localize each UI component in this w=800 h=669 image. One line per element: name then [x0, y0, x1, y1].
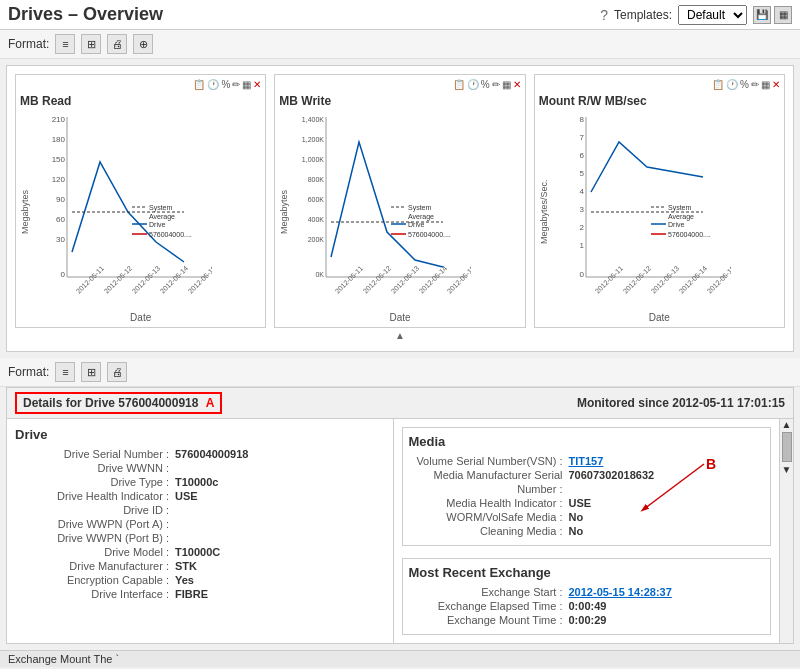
templates-dropdown[interactable]: Default: [678, 5, 747, 25]
drive-id-label: Drive ID :: [15, 504, 175, 516]
details-tile-icon[interactable]: ⊞: [81, 362, 101, 382]
chart2-edit-icon[interactable]: ✏: [492, 79, 500, 90]
svg-text:7: 7: [579, 133, 584, 142]
svg-text:2012-05-11: 2012-05-11: [593, 264, 623, 294]
help-icon[interactable]: ?: [600, 7, 608, 23]
save-icon[interactable]: 💾: [753, 6, 771, 24]
chart2-svg: 1,400K 1,200K 1,000K 800K 600K 400K 200K…: [291, 112, 471, 312]
exchange-mount-row: Exchange Mount Time : 0:00:29: [409, 614, 765, 626]
chart3-close-icon[interactable]: ✕: [772, 79, 780, 90]
collapse-button[interactable]: ▲: [15, 328, 785, 343]
svg-text:Drive: Drive: [668, 221, 684, 228]
exchange-section: Most Recent Exchange Exchange Start : 20…: [402, 558, 772, 635]
svg-text:576004000....: 576004000....: [149, 231, 192, 238]
chart3-table-icon[interactable]: ▦: [761, 79, 770, 90]
chart2-table-icon[interactable]: ▦: [502, 79, 511, 90]
vsn-label: Volume Serial Number(VSN) :: [409, 455, 569, 467]
chart1-copy-icon[interactable]: 📋: [193, 79, 205, 90]
scroll-thumb[interactable]: [782, 432, 792, 462]
exchange-mount-label: Exchange Mount Time :: [409, 614, 569, 626]
svg-text:4: 4: [579, 187, 584, 196]
chart2-clock-icon[interactable]: 🕐: [467, 79, 479, 90]
vsn-link[interactable]: TIT157: [569, 455, 604, 467]
chart1-table-icon[interactable]: ▦: [242, 79, 251, 90]
svg-text:400K: 400K: [308, 216, 325, 223]
add-icon[interactable]: ⊕: [133, 34, 153, 54]
chart1-ylabel: Megabytes: [20, 112, 30, 312]
details-header: Details for Drive 576004000918 A Monitor…: [7, 388, 793, 419]
svg-text:120: 120: [52, 175, 66, 184]
chart3-xlabel: Date: [539, 312, 780, 323]
scroll-down-button[interactable]: ▼: [782, 464, 792, 475]
svg-text:Average: Average: [408, 213, 434, 221]
drive-section: Drive Drive Serial Number : 576004000918…: [7, 419, 394, 643]
drive-health-value: USE: [175, 490, 198, 502]
exchange-start-link[interactable]: 2012-05-15 14:28:37: [569, 586, 672, 598]
svg-text:2012-05-13: 2012-05-13: [390, 264, 420, 294]
svg-text:2012-05-13: 2012-05-13: [131, 264, 161, 294]
tile-view-icon[interactable]: ⊞: [81, 34, 101, 54]
svg-text:1,200K: 1,200K: [302, 136, 325, 143]
exchange-start-row: Exchange Start : 2012-05-15 14:28:37: [409, 586, 765, 598]
chart2-percent-icon[interactable]: %: [481, 79, 490, 90]
svg-text:2012-05-15: 2012-05-15: [705, 264, 730, 294]
drive-health-label: Drive Health Indicator :: [15, 490, 175, 502]
worm-label: WORM/VolSafe Media :: [409, 511, 569, 523]
details-print-icon[interactable]: 🖨: [107, 362, 127, 382]
svg-text:2012-05-15: 2012-05-15: [446, 264, 471, 294]
page-header: Drives – Overview ? Templates: Default 💾…: [0, 0, 800, 30]
drive-type-row: Drive Type : T10000c: [15, 476, 385, 488]
exchange-start-label: Exchange Start :: [409, 586, 569, 598]
list-view-icon[interactable]: ≡: [55, 34, 75, 54]
svg-text:2: 2: [579, 223, 584, 232]
chart3-copy-icon[interactable]: 📋: [712, 79, 724, 90]
drive-type-value: T10000c: [175, 476, 218, 488]
templates-label: Templates:: [614, 8, 672, 22]
exchange-section-title: Most Recent Exchange: [409, 565, 765, 580]
print-icon[interactable]: 🖨: [107, 34, 127, 54]
annotation-text: Exchange Mount The `: [8, 653, 119, 665]
chart1-percent-icon[interactable]: %: [221, 79, 230, 90]
svg-text:60: 60: [56, 215, 65, 224]
media-section-title: Media: [409, 434, 765, 449]
drive-serial-row: Drive Serial Number : 576004000918: [15, 448, 385, 460]
drive-wwpn-b-label: Drive WWPN (Port B) :: [15, 532, 175, 544]
exchange-elapsed-row: Exchange Elapsed Time : 0:00:49: [409, 600, 765, 612]
chart1-clock-icon[interactable]: 🕐: [207, 79, 219, 90]
chart1-edit-icon[interactable]: ✏: [232, 79, 240, 90]
scroll-up-button[interactable]: ▲: [782, 419, 792, 430]
svg-text:Average: Average: [149, 213, 175, 221]
svg-text:1,400K: 1,400K: [302, 116, 325, 123]
mb-write-chart: 📋 🕐 % ✏ ▦ ✕ MB Write Megabytes 1,400K 1,…: [274, 74, 525, 328]
drive-section-title: Drive: [15, 427, 385, 442]
chart3-percent-icon[interactable]: %: [740, 79, 749, 90]
header-icons: 💾 ▦: [753, 6, 792, 24]
svg-text:150: 150: [52, 155, 66, 164]
details-content: Drive Drive Serial Number : 576004000918…: [7, 419, 779, 643]
exchange-elapsed-label: Exchange Elapsed Time :: [409, 600, 569, 612]
right-sections: Media Volume Serial Number(VSN) : TIT157…: [394, 419, 780, 643]
chart1-svg: 210 180 150 120 90 60 30 0 2012-05-11 20…: [32, 112, 212, 312]
drive-mfr-value: STK: [175, 560, 197, 572]
grid-icon[interactable]: ▦: [774, 6, 792, 24]
svg-text:System: System: [408, 204, 432, 212]
svg-text:System: System: [668, 204, 692, 212]
format-label: Format:: [8, 37, 49, 51]
chart1-title: MB Read: [20, 94, 261, 108]
header-right: ? Templates: Default 💾 ▦: [600, 5, 792, 25]
svg-text:180: 180: [52, 135, 66, 144]
chart1-close-icon[interactable]: ✕: [253, 79, 261, 90]
chart3-toolbar: 📋 🕐 % ✏ ▦ ✕: [539, 79, 780, 90]
details-body: Drive Drive Serial Number : 576004000918…: [7, 419, 779, 643]
drive-model-value: T10000C: [175, 546, 220, 558]
chart2-close-icon[interactable]: ✕: [513, 79, 521, 90]
chart2-copy-icon[interactable]: 📋: [453, 79, 465, 90]
svg-text:3: 3: [579, 205, 584, 214]
chart3-clock-icon[interactable]: 🕐: [726, 79, 738, 90]
charts-row: 📋 🕐 % ✏ ▦ ✕ MB Read Megabytes 210 180: [15, 74, 785, 328]
chart2-ylabel: Megabytes: [279, 112, 289, 312]
chart2-title: MB Write: [279, 94, 520, 108]
scrollbar: ▲ ▼: [779, 419, 793, 643]
details-list-icon[interactable]: ≡: [55, 362, 75, 382]
chart3-edit-icon[interactable]: ✏: [751, 79, 759, 90]
